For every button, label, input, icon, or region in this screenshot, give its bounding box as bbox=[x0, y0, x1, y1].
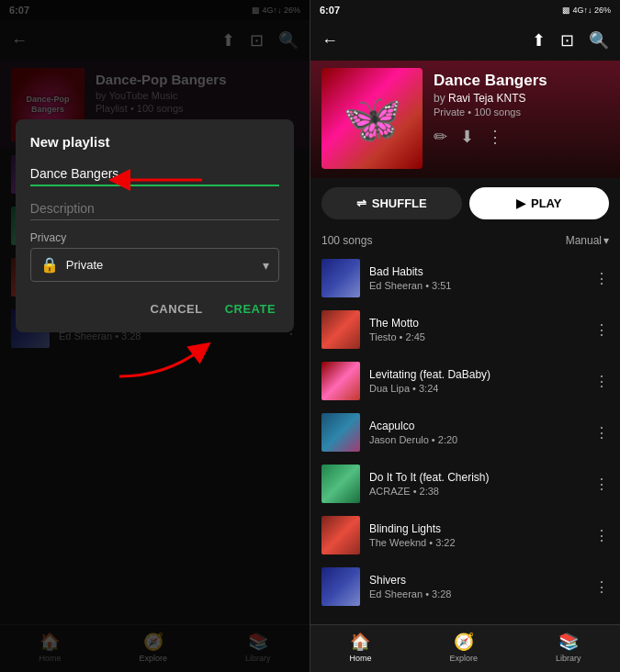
right-header: ← ⬆ ⊡ 🔍 bbox=[310, 20, 620, 61]
sort-button[interactable]: Manual ▾ bbox=[566, 234, 609, 247]
song-more-icon[interactable]: ⋮ bbox=[594, 527, 609, 544]
right-nav-explore-label: Explore bbox=[449, 654, 478, 663]
song-thumbnail bbox=[321, 516, 360, 554]
list-item: The Motto Tiesto • 2:45 ⋮ bbox=[310, 304, 620, 355]
song-artist: ACRAZE • 2:38 bbox=[369, 486, 585, 497]
cancel-button[interactable]: CANCEL bbox=[146, 297, 206, 321]
more-icon[interactable]: ⋮ bbox=[487, 127, 503, 147]
list-item: Do It To It (feat. Cherish) ACRAZE • 2:3… bbox=[310, 458, 620, 510]
right-panel: 6:07 ▩ 4G↑↓ 26% ← ⬆ ⊡ 🔍 Dance Bangers by… bbox=[310, 0, 620, 672]
song-title: Bad Habits bbox=[369, 265, 585, 280]
play-button[interactable]: ▶ PLAY bbox=[469, 187, 610, 219]
new-playlist-dialog: New playlist Privacy 🔒 Private ▾ CANCE bbox=[16, 119, 294, 332]
play-controls: ⇌ SHUFFLE ▶ PLAY bbox=[310, 178, 620, 229]
song-artist: Ed Sheeran • 3:28 bbox=[369, 588, 585, 599]
dialog-privacy-field: Privacy 🔒 Private ▾ bbox=[30, 231, 279, 282]
right-search-icon[interactable]: 🔍 bbox=[589, 30, 609, 50]
sort-chevron-icon: ▾ bbox=[603, 234, 609, 247]
list-item: Acapulco Jason Derulo • 2:20 ⋮ bbox=[310, 407, 620, 458]
song-thumbnail bbox=[321, 465, 360, 503]
right-nav-home-label: Home bbox=[349, 654, 371, 663]
song-info: Levitating (feat. DaBaby) Dua Lipa • 3:2… bbox=[369, 368, 585, 394]
list-item: Bad Habits Ed Sheeran • 3:51 ⋮ bbox=[310, 252, 620, 304]
shuffle-label: SHUFFLE bbox=[372, 196, 427, 210]
playlist-description-input[interactable] bbox=[30, 197, 279, 220]
album-info: Dance Bangers by Ravi Teja KNTS Private … bbox=[434, 68, 609, 147]
arrow-annotation-name bbox=[92, 163, 211, 196]
right-status-bar: 6:07 ▩ 4G↑↓ 26% bbox=[310, 0, 620, 20]
right-nav-explore[interactable]: 🧭 Explore bbox=[449, 632, 478, 663]
song-info: Acapulco Jason Derulo • 2:20 bbox=[369, 420, 585, 445]
song-more-icon[interactable]: ⋮ bbox=[594, 476, 609, 493]
privacy-selector[interactable]: 🔒 Private ▾ bbox=[30, 248, 279, 282]
list-item: Blinding Lights The Weeknd • 3:22 ⋮ bbox=[310, 510, 620, 561]
song-more-icon[interactable]: ⋮ bbox=[594, 424, 609, 442]
right-nav-library-label: Library bbox=[556, 654, 581, 663]
song-thumbnail bbox=[321, 567, 360, 606]
song-thumbnail bbox=[321, 259, 360, 297]
right-status-signal: ▩ 4G↑↓ 26% bbox=[562, 6, 611, 15]
right-status-icons: ▩ 4G↑↓ 26% bbox=[562, 6, 611, 15]
dialog-overlay: New playlist Privacy 🔒 Private ▾ CANCE bbox=[0, 0, 310, 672]
list-item: Shivers Ed Sheeran • 3:28 ⋮ bbox=[310, 561, 620, 612]
album-actions: ✏ ⬇ ⋮ bbox=[434, 127, 609, 147]
song-more-icon[interactable]: ⋮ bbox=[594, 373, 609, 390]
right-nav-home[interactable]: 🏠 Home bbox=[349, 632, 371, 663]
right-share-icon[interactable]: ⬆ bbox=[532, 30, 546, 50]
song-more-icon[interactable]: ⋮ bbox=[594, 270, 609, 287]
left-panel: 6:07 ▩ 4G↑↓ 26% ← ⬆ ⊡ 🔍 Dance-Pop Banger… bbox=[0, 0, 310, 672]
song-more-icon[interactable]: ⋮ bbox=[594, 578, 609, 596]
download-icon[interactable]: ⬇ bbox=[460, 127, 474, 147]
edit-icon[interactable]: ✏ bbox=[434, 127, 447, 147]
right-song-list: Bad Habits Ed Sheeran • 3:51 ⋮ The Motto… bbox=[310, 252, 620, 624]
song-info: The Motto Tiesto • 2:45 bbox=[369, 317, 585, 342]
count-bar: 100 songs Manual ▾ bbox=[310, 229, 620, 252]
song-thumbnail bbox=[321, 413, 360, 452]
arrow-annotation-create bbox=[110, 330, 220, 386]
album-title: Dance Bangers bbox=[434, 72, 609, 90]
song-thumbnail bbox=[321, 362, 360, 400]
dialog-actions: CANCEL CREATE bbox=[30, 297, 279, 321]
song-artist: The Weeknd • 3:22 bbox=[369, 537, 585, 548]
album-meta: Private • 100 songs bbox=[434, 106, 609, 118]
home-icon: 🏠 bbox=[350, 632, 370, 652]
dialog-title: New playlist bbox=[30, 134, 279, 150]
album-art-thumbnail bbox=[321, 68, 423, 169]
play-icon: ▶ bbox=[516, 196, 525, 210]
privacy-value-row: 🔒 Private bbox=[40, 256, 103, 274]
song-info: Bad Habits Ed Sheeran • 3:51 bbox=[369, 265, 585, 291]
library-icon: 📚 bbox=[558, 632, 579, 652]
lock-icon: 🔒 bbox=[40, 256, 59, 274]
song-info: Do It To It (feat. Cherish) ACRAZE • 2:3… bbox=[369, 471, 585, 497]
song-title: Levitating (feat. DaBaby) bbox=[369, 368, 585, 383]
right-nav-library[interactable]: 📚 Library bbox=[556, 632, 581, 663]
song-thumbnail bbox=[321, 310, 360, 349]
privacy-label: Privacy bbox=[30, 231, 279, 244]
song-artist: Jason Derulo • 2:20 bbox=[369, 434, 585, 445]
shuffle-button[interactable]: ⇌ SHUFFLE bbox=[321, 187, 462, 219]
list-item: Levitating (feat. DaBaby) Dua Lipa • 3:2… bbox=[310, 355, 620, 407]
dialog-desc-field bbox=[30, 197, 279, 220]
song-count: 100 songs bbox=[321, 234, 372, 247]
right-back-button[interactable]: ← bbox=[321, 31, 338, 50]
song-title: Blinding Lights bbox=[369, 522, 585, 537]
song-title: Acapulco bbox=[369, 420, 585, 434]
song-title: The Motto bbox=[369, 317, 585, 331]
song-title: Shivers bbox=[369, 574, 585, 588]
create-button[interactable]: CREATE bbox=[221, 297, 279, 321]
right-status-time: 6:07 bbox=[320, 5, 340, 16]
sort-label: Manual bbox=[566, 234, 602, 247]
song-artist: Tiesto • 2:45 bbox=[369, 331, 585, 342]
song-artist: Ed Sheeran • 3:51 bbox=[369, 280, 585, 291]
chevron-down-icon: ▾ bbox=[263, 258, 269, 273]
album-by: by Ravi Teja KNTS bbox=[434, 92, 609, 105]
right-cast-icon[interactable]: ⊡ bbox=[560, 30, 574, 50]
song-title: Do It To It (feat. Cherish) bbox=[369, 471, 585, 486]
song-more-icon[interactable]: ⋮ bbox=[594, 321, 609, 339]
song-info: Blinding Lights The Weeknd • 3:22 bbox=[369, 522, 585, 548]
album-hero-area: Dance Bangers by Ravi Teja KNTS Private … bbox=[310, 61, 620, 178]
song-info: Shivers Ed Sheeran • 3:28 bbox=[369, 574, 585, 599]
album-artist-link[interactable]: Ravi Teja KNTS bbox=[448, 92, 525, 105]
right-header-right-icons: ⬆ ⊡ 🔍 bbox=[532, 30, 609, 50]
shuffle-icon: ⇌ bbox=[356, 196, 366, 210]
